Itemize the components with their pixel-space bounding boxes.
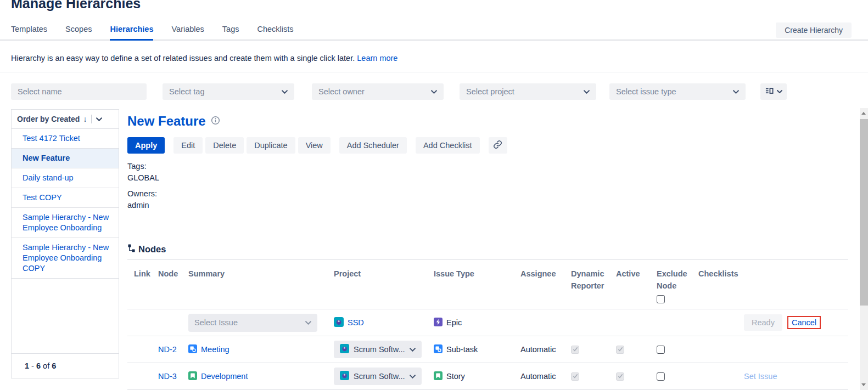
add-checklist-button[interactable]: Add Checklist — [416, 137, 480, 154]
project-select-value: Scrum Softw... — [354, 345, 405, 354]
nodes-section-header: Nodes — [127, 244, 848, 260]
apply-button[interactable]: Apply — [127, 137, 165, 154]
column-header-issue-type: Issue Type — [434, 268, 520, 280]
ready-button[interactable]: Ready — [744, 314, 782, 331]
scroll-down-arrow[interactable] — [861, 383, 866, 386]
pagination-start: 1 — [25, 361, 29, 370]
learn-more-link[interactable]: Learn more — [357, 54, 397, 63]
column-settings-button[interactable] — [760, 83, 787, 100]
tab-bar: Templates Scopes Hierarchies Variables T… — [0, 25, 868, 41]
sidebar-item-daily-stand-up[interactable]: Daily stand-up — [12, 168, 119, 188]
column-header-summary: Summary — [188, 268, 334, 280]
column-header-node: Node — [158, 268, 188, 280]
hierarchy-list-sidebar: Order by Created ↓ Test 4172 Ticket New … — [11, 109, 119, 378]
hierarchy-detail-panel: New Feature Apply Edit Delete Duplicate … — [127, 109, 848, 390]
edit-button[interactable]: Edit — [173, 137, 203, 154]
exclude-node-checkbox[interactable] — [657, 372, 665, 381]
sidebar-item-sample-hierarchy[interactable]: Sample Hierarchy - New Employee Onboardi… — [12, 208, 119, 238]
nodes-section-title: Nodes — [138, 244, 166, 255]
issue-type-filter-value: Select issue type — [616, 87, 676, 96]
exclude-node-checkbox[interactable] — [657, 346, 665, 354]
issue-type-subtask-label: Sub-task — [446, 345, 478, 354]
sort-direction-icon[interactable]: ↓ — [83, 115, 87, 123]
node-link-nd-3[interactable]: ND-3 — [158, 372, 177, 381]
tab-variables[interactable]: Variables — [171, 25, 204, 41]
chevron-down-icon — [305, 321, 311, 325]
project-select-nd-2[interactable]: Scrum Softw... — [334, 341, 422, 358]
tag-filter-select[interactable]: Select tag — [163, 83, 294, 100]
pagination-total: 6 — [52, 361, 56, 370]
tab-checklists[interactable]: Checklists — [257, 25, 293, 41]
view-button[interactable]: View — [298, 137, 331, 154]
sidebar-item-sample-hierarchy-copy[interactable]: Sample Hierarchy - New Employee Onboardi… — [12, 238, 119, 279]
create-hierarchy-button[interactable]: Create Hierarchy — [776, 22, 852, 38]
divider — [91, 115, 92, 123]
column-header-checklists: Checklists — [698, 268, 744, 280]
pagination-of: of — [43, 361, 49, 370]
description-text: Hierarchy is an easy way to define a set… — [11, 54, 355, 63]
assignee-value: Automatic — [520, 345, 556, 354]
tag-filter-value: Select tag — [169, 87, 205, 96]
select-issue-dropdown[interactable]: Select Issue — [188, 314, 317, 332]
chevron-down-icon — [584, 90, 590, 94]
scrollbar-thumb[interactable] — [860, 119, 868, 306]
column-header-exclude-node: Exclude Node — [657, 268, 698, 303]
issue-type-epic-label: Epic — [446, 318, 462, 327]
subtask-icon — [434, 344, 443, 355]
exclude-all-checkbox[interactable] — [657, 295, 665, 303]
hierarchy-title: New Feature — [127, 114, 206, 129]
column-header-project: Project — [334, 268, 434, 280]
summary-link-development[interactable]: Development — [201, 372, 248, 381]
owners-label: Owners: — [127, 188, 848, 200]
owner-filter-select[interactable]: Select owner — [312, 83, 444, 100]
project-link-ssd[interactable]: SSD — [348, 318, 364, 327]
tab-hierarchies[interactable]: Hierarchies — [110, 25, 153, 41]
add-scheduler-button[interactable]: Add Scheduler — [339, 137, 407, 154]
order-by-header[interactable]: Order by Created ↓ — [12, 110, 119, 129]
issue-type-filter-select[interactable]: Select issue type — [609, 83, 746, 100]
scroll-up-arrow[interactable] — [861, 112, 866, 115]
pagination: 1 - 6 of 6 — [12, 353, 119, 378]
project-filter-value: Select project — [466, 87, 514, 96]
sidebar-item-test-copy[interactable]: Test COPY — [12, 188, 119, 208]
cancel-link[interactable]: Cancel — [792, 318, 816, 327]
sidebar-item-new-feature[interactable]: New Feature — [12, 149, 119, 168]
duplicate-button[interactable]: Duplicate — [247, 137, 295, 154]
delete-button[interactable]: Delete — [205, 137, 244, 154]
table-row-nd-2: ND-2 Meeting Scrum Softw... Sub-task Aut… — [127, 336, 848, 363]
active-checkbox — [616, 346, 624, 354]
name-filter-input[interactable] — [11, 83, 147, 100]
project-avatar-icon — [340, 344, 349, 355]
chevron-down-icon[interactable] — [96, 117, 102, 121]
tab-templates[interactable]: Templates — [11, 25, 47, 41]
project-select-value: Scrum Softw... — [354, 372, 405, 381]
summary-link-meeting[interactable]: Meeting — [201, 345, 229, 354]
issue-type-story-label: Story — [446, 372, 465, 381]
hierarchy-description: Hierarchy is an easy way to define a set… — [11, 54, 397, 63]
filter-bar: Select tag Select owner Select project S… — [0, 83, 868, 100]
epic-icon — [434, 318, 443, 328]
project-filter-select[interactable]: Select project — [460, 83, 596, 100]
pagination-end: 6 — [36, 361, 41, 370]
vertical-scrollbar[interactable] — [860, 108, 868, 390]
set-issue-link[interactable]: Set Issue — [744, 372, 777, 381]
info-icon[interactable] — [211, 116, 220, 127]
sidebar-item-test-4172-ticket[interactable]: Test 4172 Ticket — [12, 129, 119, 149]
chevron-down-icon — [431, 90, 437, 94]
project-avatar-icon — [340, 371, 349, 382]
node-link-nd-2[interactable]: ND-2 — [158, 345, 177, 354]
table-row-nd-3: ND-3 Development Scrum Softw... Story Au… — [127, 363, 848, 390]
tags-value: GLOBAL — [127, 172, 848, 184]
nodes-table-header: Link Node Summary Project Issue Type Ass… — [127, 260, 848, 309]
columns-icon — [765, 87, 774, 97]
column-header-link: Link — [134, 268, 158, 280]
tab-scopes[interactable]: Scopes — [65, 25, 92, 41]
project-select-nd-3[interactable]: Scrum Softw... — [334, 368, 422, 385]
select-issue-placeholder: Select Issue — [194, 318, 238, 327]
link-icon — [493, 140, 502, 151]
sidebar-empty-space — [12, 279, 119, 353]
table-row-new-node: Select Issue SSD Epic Ready Cancel — [127, 309, 848, 336]
tab-tags[interactable]: Tags — [222, 25, 239, 41]
copy-link-button[interactable] — [489, 137, 507, 154]
hierarchy-tree-icon — [127, 244, 136, 255]
